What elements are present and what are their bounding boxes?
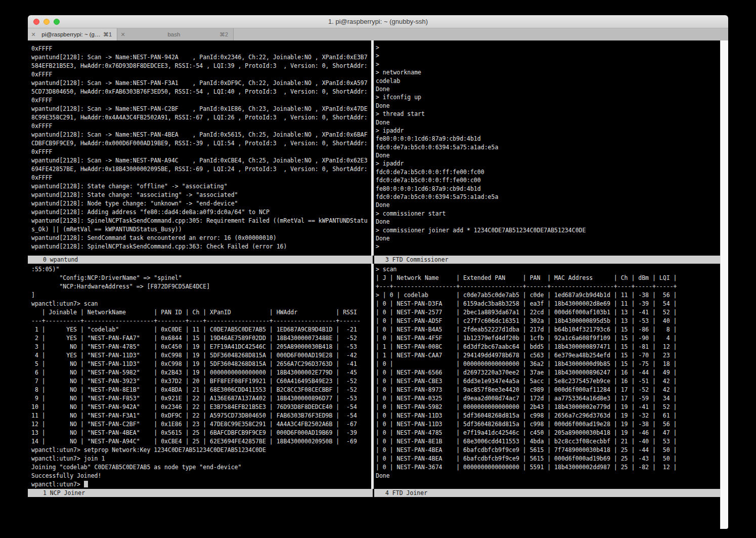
terminal-line: 8C99E358C291, HwAddr:0x4A4A3C4FB2502A91,… [31, 113, 368, 122]
terminal-line: | 0 | NEST-PAN-5982 | 0000000000000000 |… [376, 403, 677, 411]
terminal-line: wpanctl:utun7> [31, 480, 361, 489]
terminal-line: wpantund[2128]: State change: "offline" … [31, 182, 368, 191]
pane-wpantund-log[interactable]: 0xFFFFwpantund[2128]: Scan -> Name:NEST-… [31, 45, 368, 251]
terminal-line: | 0 | NEST-PAN-6566 | d26973220a370ee2 |… [376, 368, 677, 377]
tab-shortcut: ⌘1 [103, 31, 117, 38]
terminal-line: Done [376, 201, 586, 209]
terminal-line: | 0 | NEST-PAN-AD5F | c27f7c606dc16351 |… [376, 317, 677, 325]
terminal-line: 9 | NO | "NEST-PAN-F853" | 0x921E | 22 |… [31, 394, 361, 403]
terminal-line: | 1 | NEST-PAN-008C | 6d3df2bc67aabc64 |… [376, 343, 677, 351]
terminal-line: 0xFFFF [31, 45, 368, 53]
terminal-line: Done [376, 472, 677, 480]
terminal-line: 4 | YES | "NEST-PAN-11D3" | 0xC998 | 19 … [31, 351, 361, 360]
terminal-line: wpantund[2128]: Scan -> Name:NEST-PAN-F3… [31, 79, 368, 88]
pane-divider[interactable] [371, 264, 374, 489]
pane-divider[interactable] [371, 40, 374, 256]
window-titlebar[interactable]: 1. pi@raspberrypi: ~ (gnubby-ssh) [28, 15, 728, 28]
close-tab-icon[interactable]: ✕ [28, 31, 39, 38]
terminal-line: > ipaddr [376, 159, 586, 168]
terminal-line: 5 | NO | "NEST-PAN-11D3" | 0xC998 | 19 |… [31, 360, 361, 368]
tab-bash[interactable]: ✕ bash ⌘2 [117, 28, 234, 40]
terminal-line: > scan [376, 265, 677, 274]
terminal-line: | 0 | NEST-PAN-11D3 | 5df36048268d815a |… [376, 420, 677, 429]
terminal-line: wpantund[2128]: Node type change: "unkno… [31, 199, 368, 208]
terminal-line: | 0 | NEST-PAN-11D3 | 5df36048268d815a |… [376, 411, 677, 420]
terminal-line: | 0 | NEST-PAN-3674 | 0000000000000000 |… [376, 463, 677, 472]
terminal-line: wpantund[2128]: Scan -> Name:NEST-PAN-4B… [31, 131, 368, 139]
terminal-line: | 0 | NEST-PAN-4BEA | 6bafcdbfcb9f9ce9 |… [376, 454, 677, 463]
terminal-line: | 0 | NEST-PAN-4785 | e7f19a41dc42546c |… [376, 429, 677, 437]
statusbar-wpantund: 0 wpantund [28, 256, 373, 264]
terminal-line: fdc0:de7a:b5c0:0:0:ff:fe00:c00 [376, 176, 586, 184]
terminal-line: 7 | NO | "NEST-PAN-3923" | 0x37D2 | 20 |… [31, 377, 361, 386]
terminal-line: wpantund[2128]: Adding address "fe80::da… [31, 208, 368, 217]
terminal-line: "NCP:HardwareAddress" => [F872DF9CD5AE4D… [31, 282, 361, 291]
terminal-line: | 0 | NEST-PAN-8E1B | 68e3006cdd411553 |… [376, 437, 677, 446]
terminal-line: wpantund[2128]: Scan -> Name:NEST-PAN-C2… [31, 105, 368, 113]
terminal-line: > networkname [376, 68, 586, 76]
terminal-line: | 0 | | 0000000000000000 | 36a2 | 18b430… [376, 360, 677, 368]
terminal-line: 6 | NO | "NEST-PAN-5982" | 0x2B43 | 19 |… [31, 368, 361, 377]
close-tab-icon[interactable]: ✕ [117, 31, 128, 38]
terminal-line: | 0 | NEST-PAN-4F5F | 1b12379efd4df20b |… [376, 334, 677, 343]
terminal-line: wpanctl:utun7> join 1 [31, 454, 361, 463]
tab-ssh-session[interactable]: ✕ pi@raspberrypi: ~ (g… ⌘1 [28, 28, 117, 40]
terminal-line: > [376, 60, 586, 68]
terminal-line: > [376, 44, 586, 52]
terminal-line: 13 | NO | "NEST-PAN-4BEA" | 0x5615 | 25 … [31, 429, 361, 437]
terminal-line: :55:05)" [31, 265, 361, 274]
terminal-line: | 0 | NEST-PAN-B4A5 | 2fdeab52227d1dba |… [376, 325, 677, 334]
pane-ftd-joiner[interactable]: > scan| J | Network Name | Extended PAN … [376, 265, 677, 480]
tab-label: pi@raspberrypi: ~ (g… [39, 31, 103, 37]
terminal-line: 694FE42857BE, HwAddr:0x18B43000002095BE,… [31, 165, 368, 174]
pane-ncp-joiner[interactable]: :55:05)" "Config:NCP:DriverName" => "spi… [31, 265, 361, 489]
terminal-line: | 0 | NEST-PAN-D3FA | 6159adc3ba8b3258 |… [376, 300, 677, 308]
terminal-line: 11 | NO | "NEST-PAN-F3A1" | 0xDF9C | 22 … [31, 411, 361, 420]
statusbar-ftd-commissioner: 3 FTD Commissioner [374, 256, 720, 264]
terminal-line: s_Ok) || (mRetVal == kWPANTUNDStatus_Bus… [31, 225, 368, 234]
terminal-line: 584EFB21B5E3, HwAddr:0x76D93D8F8DEDCEE3,… [31, 62, 368, 70]
terminal-line: wpanctl:utun7> setprop Network:Key 1234C… [31, 446, 361, 454]
terminal-line: > commissioner joiner add * 1234C0DE7AB5… [376, 226, 586, 234]
terminal-line: CDBFCB9F9CE9, HwAddr:0x000D6F000AD19BE9,… [31, 139, 368, 148]
terminal-line: wpantund[2128]: SpinelNCPTaskSendCommand… [31, 242, 368, 251]
terminal-line: 0xFFFF [31, 96, 368, 105]
terminal-line: Done [376, 234, 586, 242]
terminal-line: Done [376, 118, 586, 127]
terminal-line: ] [31, 291, 361, 300]
terminal-line: Done [376, 151, 586, 159]
terminal-line: | 0 | NEST-PAN-2577 | 2bec1a8893da67a1 |… [376, 308, 677, 317]
terminal-line: 0xFFFF [31, 122, 368, 131]
terminal-line: 1 | YES | "codelab" | 0xC0DE | 11 | C0DE… [31, 325, 361, 334]
terminal-line: > | 0 | codelab | c0de7ab5c0de7ab5 | c0d… [376, 291, 677, 300]
terminal-line: wpantund[2128]: SendCommand task encount… [31, 234, 368, 242]
terminal-window: 1. pi@raspberrypi: ~ (gnubby-ssh) ✕ pi@r… [28, 15, 728, 529]
terminal-line: > [376, 242, 586, 251]
pane-ftd-commissioner[interactable]: >>>> networknamecodelabDone> ifconfig up… [376, 44, 586, 251]
terminal-line: +---+------------------+----------------… [376, 282, 677, 291]
terminal-line: Successfully Joined! [31, 472, 361, 480]
terminal-line: 8 | NO | "NEST-PAN-8E1B" | 0x4BDA | 21 |… [31, 386, 361, 394]
terminal-line: 0xFFFF [31, 70, 368, 79]
scrollbar[interactable] [720, 40, 728, 529]
tab-label: bash [128, 31, 219, 37]
terminal-line: codelab [376, 77, 586, 85]
terminal-line: ---+----------+--------------------+----… [31, 317, 361, 325]
terminal-line: 0xFFFF [31, 174, 368, 182]
terminal-line: 14 | NO | "NEST-PAN-A94C" | 0xCBE4 | 25 … [31, 437, 361, 446]
window-title: 1. pi@raspberrypi: ~ (gnubby-ssh) [28, 15, 728, 28]
terminal-line: "Config:NCP:DriverName" => "spinel" [31, 274, 361, 282]
terminal-line: > ipaddr [376, 127, 586, 135]
statusbar-ftd-joiner: 4 FTD Joiner [374, 489, 720, 497]
terminal-line: fdc0:de7a:b5c0:0:6394:5a75:a1ad:e5a [376, 193, 586, 201]
terminal-line: > thread start [376, 110, 586, 118]
terminal-line: fe80:0:0:0:1cd6:87a9:cb9d:4b1d [376, 185, 586, 193]
terminal-line: Joining "codelab" C0DE7AB5C0DE7AB5 as no… [31, 463, 361, 472]
terminal-line: Done [376, 218, 586, 226]
terminal-line: wpantund[2128]: SpinelNCPTaskSendCommand… [31, 217, 368, 225]
terminal-line: 12 | NO | "NEST-PAN-C2BF" | 0x1E86 | 23 … [31, 420, 361, 429]
terminal-line: | 1 | NEST-PAN-CAA7 | 294149dd4978b678 |… [376, 351, 677, 360]
terminal-line: wpantund[2128]: Scan -> Name:NEST-PAN-94… [31, 53, 368, 62]
terminal-line: > ifconfig up [376, 93, 586, 101]
terminal-line: Done [376, 85, 586, 93]
